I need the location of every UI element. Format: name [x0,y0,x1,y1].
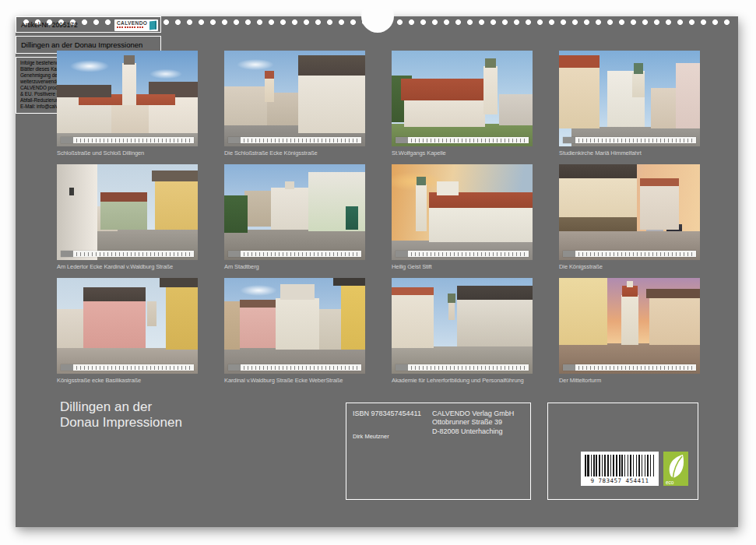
month-thumbnail: Kardinal v.Waldburg Straße Ecke WeberStr… [224,278,365,385]
mini-calendar-strip [563,251,696,257]
publisher-address: CALVENDO Verlag GmbH Ottobrunner Straße … [432,410,514,436]
month-thumbnail: Am Ledertor Ecke Kardinal v.Waldburg Str… [57,164,198,272]
month-photo [224,51,365,146]
month-thumbnail: Der Mitteltorturm [559,278,700,385]
month-caption: Die Königsstraße [559,263,700,272]
month-thumbnail: Am Stadtberg [224,164,365,272]
month-photo [57,164,198,260]
month-photo [57,278,198,374]
month-photo [224,278,365,374]
publisher-name: CALVENDO Verlag GmbH [432,410,514,418]
month-photo [224,164,365,260]
author-name: Dirk Meutzner [353,433,389,440]
month-caption: Die Schloßstraße Ecke Königsstraße [224,149,365,158]
leaf-icon [666,454,685,480]
calendar-page: Schloßstraße und Schloß Dillingen Die Sc… [16,16,738,527]
month-caption: Kardinal v.Waldburg Straße Ecke WeberStr… [224,377,365,385]
mini-calendar-strip [61,251,194,257]
month-photo [392,164,533,260]
month-photo [559,278,700,374]
mini-calendar-strip [563,364,696,371]
barcode-box: 9 783457 454411 eco [547,403,698,500]
month-photo [57,51,198,146]
mini-calendar-strip [396,251,529,257]
month-caption: Am Stadtberg [224,263,365,272]
isbn-number: ISBN 9783457454411 [353,410,421,417]
mini-calendar-strip [61,137,194,143]
month-thumbnail: Akademie für Lehrerfortbildung und Perso… [392,278,533,385]
publisher-city: D-82008 Unterhaching [432,427,514,436]
barcode-bars [585,455,655,476]
publisher-street: Ottobrunner Straße 39 [432,418,514,427]
month-photo [392,278,533,374]
calvendo-book-icon [149,20,156,30]
article-number-row: Artikel-Nr. 2095172 CALVENDO [16,16,161,33]
month-thumbnail: Heilig Geist Stift [392,164,533,272]
mini-calendar-strip [228,137,361,143]
month-thumbnail: Studienkirche Mariä Himmelfahrt [559,51,700,158]
month-caption: Am Ledertor Ecke Kardinal v.Waldburg Str… [57,263,198,272]
month-caption: Akademie für Lehrerfortbildung und Perso… [392,377,533,385]
month-thumbnail: Königsstraße ecke Basilikastraße [57,278,198,385]
mini-calendar-strip [228,251,361,257]
month-caption: Schloßstraße und Schloß Dillingen [57,149,198,158]
month-thumbnail: Die Schloßstraße Ecke Königsstraße [224,51,365,158]
month-photo [392,51,533,146]
month-caption: St.Wolfgangs Kapelle [392,149,533,158]
month-photo [559,164,700,260]
month-caption: Studienkirche Mariä Himmelfahrt [559,149,700,158]
mini-calendar-strip [228,364,361,371]
month-caption: Königsstraße ecke Basilikastraße [57,377,198,385]
mini-calendar-strip [396,364,529,371]
month-photo [559,51,700,146]
month-thumbnail: Schloßstraße und Schloß Dillingen [57,51,198,158]
month-caption: Der Mitteltorturm [559,377,700,385]
back-title-line1: Dillingen an der [60,399,182,415]
mini-calendar-strip [61,364,194,371]
eco-label-text: eco [666,480,673,485]
mini-calendar-strip [563,137,696,143]
hanging-notch [361,0,394,33]
calendar-back-cover: Schloßstraße und Schloß Dillingen Die Sc… [0,0,756,545]
article-number: Artikel-Nr. 2095172 [21,21,78,29]
month-thumbnail: St.Wolfgangs Kapelle [392,51,533,158]
eco-label: eco [663,452,688,486]
back-title-line2: Donau Impressionen [60,415,182,431]
barcode-digits: 9 783457 454411 [585,477,655,484]
calvendo-logo-tagline [117,26,143,28]
month-thumbnail: Die Königsstraße [559,164,700,272]
calvendo-logo: CALVENDO [114,19,158,31]
publisher-box: ISBN 9783457454411 CALVENDO Verlag GmbH … [346,403,531,500]
month-caption: Heilig Geist Stift [392,263,533,272]
mini-calendar-strip [396,137,529,143]
back-title: Dillingen an der Donau Impressionen [60,399,182,431]
ean-barcode: 9 783457 454411 [581,452,659,486]
thumbnail-grid: Schloßstraße und Schloß Dillingen Die Sc… [57,51,700,385]
